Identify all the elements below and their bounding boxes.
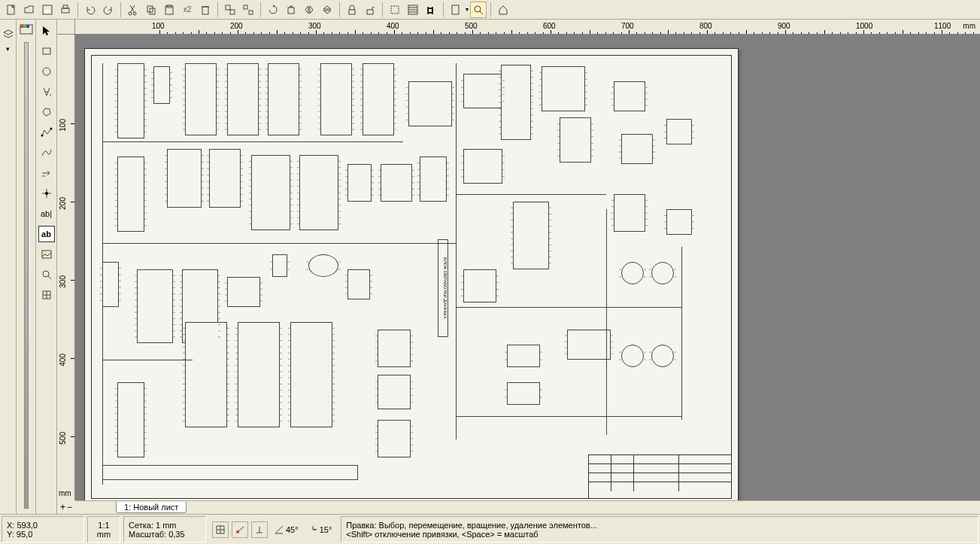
select-rect-icon[interactable] [387, 2, 403, 18]
zoom-label: Масштаб: 0,35 [129, 530, 201, 539]
label-ab-bold-icon[interactable]: ab [38, 226, 55, 242]
svg-point-32 [45, 192, 48, 195]
zoom-controls: + − [57, 500, 75, 514]
svg-rect-3 [62, 8, 69, 13]
open-icon[interactable] [21, 2, 38, 18]
sheet-tab-1[interactable]: 1: Новый лист [116, 502, 187, 513]
svg-rect-17 [349, 10, 355, 14]
svg-point-29 [43, 68, 50, 75]
ruler-corner [57, 20, 75, 35]
svg-rect-2 [45, 10, 50, 14]
properties-icon[interactable] [405, 2, 421, 18]
scale-ratio: 1:1 [93, 521, 115, 530]
coord-x: X: 593,0 [7, 521, 79, 530]
snap-perp-icon[interactable] [251, 521, 268, 538]
svg-rect-4 [63, 5, 68, 8]
grid-block-icon[interactable] [38, 287, 55, 303]
coords-cell: X: 593,0 Y: 95,0 [2, 516, 84, 542]
hint-line-2: <Shift> отключение привязки, <Space> = м… [346, 530, 973, 539]
status-bar: X: 593,0 Y: 95,0 1:1 mm Сетка: 1 mm Масш… [0, 514, 980, 544]
group-icon[interactable] [222, 2, 238, 18]
x2-icon[interactable]: x2 [179, 2, 196, 18]
tool-palette: ab| ab [36, 20, 57, 514]
arrow-tool-icon[interactable] [38, 165, 55, 181]
scale-unit: mm [93, 530, 115, 539]
polygon-icon[interactable] [38, 104, 55, 120]
left-bar-1: ▾ [0, 20, 17, 514]
svg-rect-25 [20, 25, 23, 28]
angle-45-icon[interactable]: 45° [271, 521, 302, 538]
main-area: ▾ ab| ab 1002003004005006007008009001000… [0, 20, 980, 514]
unlock-icon[interactable] [362, 2, 378, 18]
paste-icon[interactable] [161, 2, 177, 18]
label-ab-icon[interactable]: ab| [38, 205, 55, 222]
angle-15-icon[interactable]: 15° [305, 521, 335, 538]
snap-endpoint-icon[interactable] [232, 521, 248, 538]
rectangle-icon[interactable] [38, 43, 55, 59]
svg-point-21 [428, 8, 432, 13]
svg-rect-14 [244, 5, 247, 9]
svg-rect-27 [26, 25, 29, 28]
flip-v-icon[interactable] [319, 2, 335, 18]
palette-icon[interactable] [18, 21, 35, 38]
svg-rect-22 [452, 5, 459, 14]
vertical-scrollbar-stub[interactable] [24, 42, 29, 509]
hint-cell: Правка: Выбор, перемещение, вращение, уд… [341, 516, 978, 542]
svg-rect-28 [43, 48, 50, 54]
origin-icon[interactable] [38, 185, 55, 202]
print-icon[interactable] [57, 2, 74, 18]
svg-rect-16 [288, 8, 294, 14]
tab-bar: 1: Новый лист [75, 500, 980, 514]
drawing-sheet[interactable]: БЛОК ОБРАБОТКИ ДАННЫХ [84, 48, 739, 500]
canvas-area: 100200300400500600700800900100011001200 … [57, 20, 980, 514]
viewport[interactable]: БЛОК ОБРАБОТКИ ДАННЫХ [75, 35, 980, 500]
chevron-down-icon[interactable]: ▾ [2, 42, 15, 56]
svg-point-30 [41, 135, 43, 137]
svg-rect-12 [226, 5, 230, 10]
spline-icon[interactable] [38, 144, 55, 161]
zoom-tool-icon[interactable] [38, 266, 55, 283]
undo-icon[interactable] [82, 2, 99, 18]
schematic-block-label: БЛОК ОБРАБОТКИ ДАННЫХ [438, 239, 448, 337]
svg-rect-15 [249, 11, 253, 14]
coord-y: Y: 95,0 [7, 530, 79, 539]
flip-h-icon[interactable] [301, 2, 317, 18]
hint-line-1: Правка: Выбор, перемещение, вращение, уд… [346, 521, 973, 530]
snap-buttons: 45° 15° [208, 515, 339, 544]
save-icon[interactable] [39, 2, 56, 18]
home-icon[interactable] [495, 2, 511, 18]
delete-icon[interactable] [197, 2, 214, 18]
circle-icon[interactable] [38, 63, 55, 80]
ruler-unit-label: mm [963, 22, 975, 30]
ruler-horizontal[interactable]: 100200300400500600700800900100011001200 … [75, 20, 980, 35]
ruler-vertical[interactable]: 100200300400500 mm [57, 35, 75, 500]
layers-icon[interactable] [2, 27, 15, 41]
find-icon[interactable] [423, 2, 439, 18]
page-icon[interactable] [448, 2, 464, 18]
redo-icon[interactable] [100, 2, 117, 18]
svg-point-31 [50, 128, 52, 130]
ruler-v-unit-label: mm [59, 489, 71, 497]
zoom-out-button[interactable]: − [67, 502, 72, 512]
zoom-in-button[interactable]: + [60, 502, 65, 512]
scale-cell: 1:1 mm [87, 516, 120, 542]
text-cursor-icon[interactable] [38, 84, 55, 100]
ungroup-icon[interactable] [240, 2, 256, 18]
snap-grid-icon[interactable] [212, 521, 229, 538]
left-bar-2 [17, 20, 36, 514]
svg-rect-18 [367, 10, 373, 14]
cut-icon[interactable] [125, 2, 141, 18]
rotate-icon[interactable] [283, 2, 299, 18]
new-icon[interactable] [3, 2, 20, 18]
refresh-icon[interactable] [265, 2, 281, 18]
schematic-content: БЛОК ОБРАБОТКИ ДАННЫХ [95, 59, 728, 495]
svg-rect-19 [391, 6, 399, 14]
pointer-icon[interactable] [38, 23, 55, 39]
image-icon[interactable] [38, 246, 55, 263]
grid-label: Сетка: 1 mm [129, 521, 201, 530]
copy-icon[interactable] [143, 2, 159, 18]
zoom-icon[interactable] [470, 2, 487, 18]
title-block [588, 454, 731, 498]
lock-icon[interactable] [344, 2, 360, 18]
polyline-icon[interactable] [38, 124, 55, 141]
